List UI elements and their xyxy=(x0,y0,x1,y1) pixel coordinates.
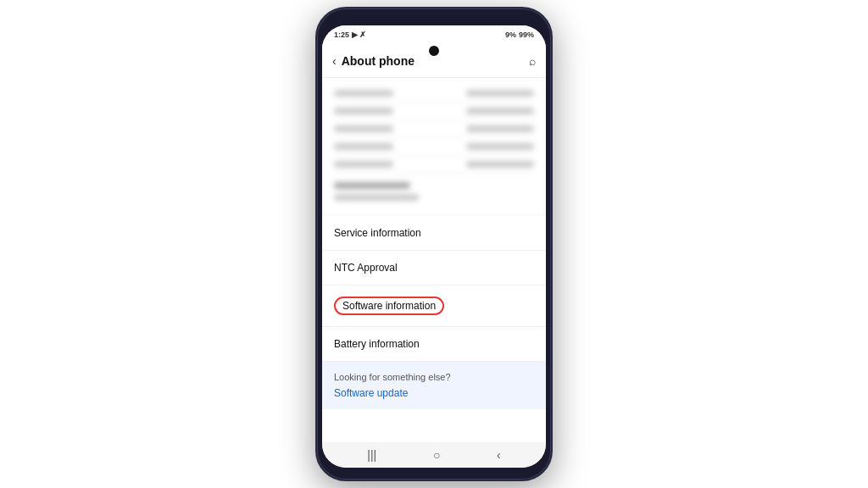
blurred-value xyxy=(466,143,534,150)
blurred-info-section xyxy=(322,78,546,216)
back-button[interactable]: ‹ xyxy=(332,54,337,68)
home-button[interactable]: ○ xyxy=(433,448,440,462)
search-icon[interactable]: ⌕ xyxy=(529,54,536,68)
software-information-label: Software information xyxy=(334,297,444,315)
menu-section: Service information NTC Approval Softwar… xyxy=(322,216,546,442)
blurred-label xyxy=(334,90,393,97)
volume-up-button xyxy=(315,76,317,106)
blurred-legal xyxy=(334,194,419,201)
blurred-value xyxy=(466,108,534,114)
menu-item-battery-information[interactable]: Battery information xyxy=(322,327,546,362)
signal-indicator: 9% xyxy=(505,30,516,39)
status-bar: 1:25 ▶ ✗ 9% 99% xyxy=(322,25,546,44)
blurred-row-4 xyxy=(334,138,534,156)
content-area: Service information NTC Approval Softwar… xyxy=(322,78,546,442)
software-update-link[interactable]: Software update xyxy=(334,387,534,399)
blurred-value xyxy=(466,161,534,168)
phone-body: 1:25 ▶ ✗ 9% 99% ‹ About phone ⌕ xyxy=(315,7,553,481)
camera-cutout xyxy=(429,46,439,56)
menu-item-ntc-approval[interactable]: NTC Approval xyxy=(322,251,546,286)
blurred-section-status xyxy=(334,182,410,189)
blurred-label xyxy=(334,143,393,150)
looking-title: Looking for something else? xyxy=(334,372,534,382)
blurred-label xyxy=(334,161,393,168)
back-nav-button[interactable]: ‹ xyxy=(497,448,501,462)
power-button xyxy=(551,93,553,136)
blurred-label xyxy=(334,125,393,132)
menu-item-software-information[interactable]: Software information xyxy=(322,286,546,327)
phone-screen: 1:25 ▶ ✗ 9% 99% ‹ About phone ⌕ xyxy=(322,25,546,468)
page-title: About phone xyxy=(342,54,415,68)
status-right: 9% 99% xyxy=(505,30,534,39)
status-time: 1:25 ▶ ✗ xyxy=(334,30,366,39)
blurred-label xyxy=(334,108,393,114)
looking-for-section: Looking for something else? Software upd… xyxy=(322,362,546,409)
app-bar-left: ‹ About phone xyxy=(332,54,415,68)
blurred-value xyxy=(466,90,534,97)
phone-device: 1:25 ▶ ✗ 9% 99% ‹ About phone ⌕ xyxy=(315,7,553,481)
blurred-row-3 xyxy=(334,120,534,138)
battery-indicator: 99% xyxy=(519,30,534,39)
volume-down-button xyxy=(315,110,317,140)
menu-item-service-information[interactable]: Service information xyxy=(322,216,546,251)
recent-apps-button[interactable]: ||| xyxy=(367,448,376,462)
blurred-row-2 xyxy=(334,103,534,120)
blurred-value xyxy=(466,125,534,132)
blurred-row-1 xyxy=(334,85,534,103)
blurred-row-5 xyxy=(334,156,534,174)
nav-bar: ||| ○ ‹ xyxy=(322,442,546,468)
